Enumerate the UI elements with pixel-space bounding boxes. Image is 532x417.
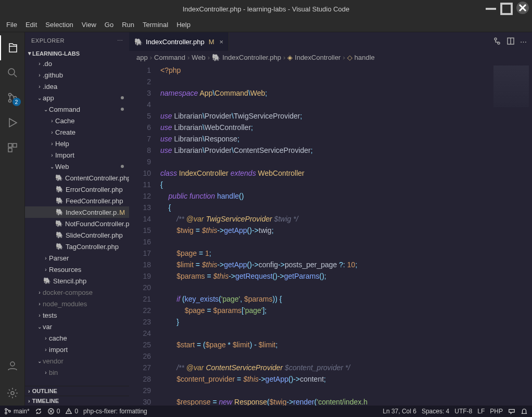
svg-point-6 xyxy=(8,94,11,96)
tab-close-icon[interactable]: × xyxy=(220,38,224,46)
menu-file[interactable]: File xyxy=(2,19,21,31)
tab-indexcontroller[interactable]: 🐘 IndexController.php M × xyxy=(129,32,229,51)
method-icon: ◇ xyxy=(347,54,352,61)
editor-more-icon[interactable]: ⋯ xyxy=(520,38,527,46)
svg-point-4 xyxy=(8,69,15,75)
tab-bar: 🐘 IndexController.php M × ⋯ xyxy=(129,32,532,51)
tree-file[interactable]: 🐘ContentController.php xyxy=(25,172,129,184)
tree-file[interactable]: 🐘NotFoundController.php xyxy=(25,218,129,229)
explorer-icon[interactable] xyxy=(0,35,25,60)
menu-selection[interactable]: Selection xyxy=(41,19,77,31)
extensions-icon[interactable] xyxy=(0,135,25,160)
line-numbers: 1234567891011121314151617181920212223242… xyxy=(129,63,160,406)
file-tree: ›.do›.github›.idea⌄app⌄Command›Cache›Cre… xyxy=(25,58,129,386)
editor-group: 🐘 IndexController.php M × ⋯ app› Command… xyxy=(129,32,532,406)
branch-indicator[interactable]: main* xyxy=(4,408,30,415)
code-editor[interactable]: <?php namespace App\Command\Web; use Lib… xyxy=(160,63,490,406)
timeline-section[interactable]: ›TIMELINE xyxy=(25,396,129,406)
tree-file[interactable]: 🐘SlideController.php xyxy=(25,229,129,241)
search-icon[interactable] xyxy=(0,60,25,85)
tree-folder[interactable]: ›cache xyxy=(25,332,129,344)
tree-folder[interactable]: ⌄Web xyxy=(25,161,129,172)
status-bar: main* 0 0 php-cs-fixer: formatting Ln 37… xyxy=(0,406,532,417)
tree-folder[interactable]: ⌄var xyxy=(25,321,129,332)
svg-rect-1 xyxy=(501,4,512,14)
sidebar: EXPLORER ⋯ ▾LEARNING-LABS ›.do›.github›.… xyxy=(25,32,129,406)
svg-rect-10 xyxy=(8,144,12,147)
svg-point-13 xyxy=(10,362,15,366)
svg-point-20 xyxy=(5,412,7,414)
svg-point-19 xyxy=(5,409,7,411)
tree-file[interactable]: 🐘IndexController.p…M xyxy=(25,206,129,218)
tree-folder[interactable]: ⌄app xyxy=(25,92,129,103)
menu-go[interactable]: Go xyxy=(100,19,118,31)
sync-indicator[interactable] xyxy=(35,408,42,415)
svg-rect-12 xyxy=(8,148,12,152)
menu-bar: File Edit Selection View Go Run Terminal… xyxy=(0,18,532,32)
tree-folder[interactable]: ›Import xyxy=(25,149,129,161)
sidebar-root[interactable]: ▾LEARNING-LABS xyxy=(25,49,129,58)
formatter-status[interactable]: php-cs-fixer: formatting xyxy=(83,408,147,415)
tree-folder[interactable]: ›.idea xyxy=(25,81,129,92)
tree-folder[interactable]: ›Create xyxy=(25,126,129,138)
svg-line-5 xyxy=(14,74,17,77)
feedback-icon[interactable] xyxy=(508,408,515,415)
menu-run[interactable]: Run xyxy=(118,19,138,31)
window-title: IndexController.php - learning-labs - Vi… xyxy=(183,5,350,13)
tree-folder[interactable]: ›Help xyxy=(25,138,129,149)
account-icon[interactable] xyxy=(0,354,25,379)
svg-point-15 xyxy=(495,38,497,40)
tree-folder[interactable]: ›Cache xyxy=(25,115,129,126)
compare-icon[interactable] xyxy=(493,37,501,47)
minimap[interactable] xyxy=(490,63,532,406)
outline-section[interactable]: ›OUTLINE xyxy=(25,386,129,396)
language-mode[interactable]: PHP xyxy=(490,408,503,415)
tree-folder[interactable]: ›node_modules xyxy=(25,298,129,309)
notifications-icon[interactable] xyxy=(521,408,528,415)
sidebar-title: EXPLORER xyxy=(31,37,65,44)
tree-file[interactable]: 🐘TagController.php xyxy=(25,241,129,252)
tree-folder[interactable]: ›Resources xyxy=(25,264,129,275)
tree-folder[interactable]: ›import xyxy=(25,344,129,355)
sidebar-more-icon[interactable]: ⋯ xyxy=(117,37,123,44)
breadcrumbs[interactable]: app› Command› Web› 🐘IndexController.php›… xyxy=(129,51,532,63)
svg-point-7 xyxy=(8,100,11,102)
menu-edit[interactable]: Edit xyxy=(21,19,41,31)
settings-gear-icon[interactable] xyxy=(0,381,25,406)
minimize-button[interactable] xyxy=(483,2,499,16)
tree-folder[interactable]: ⌄vendor xyxy=(25,355,129,367)
tree-folder[interactable]: ›tests xyxy=(25,309,129,321)
svg-marker-9 xyxy=(9,119,17,127)
menu-terminal[interactable]: Terminal xyxy=(138,19,172,31)
tree-folder[interactable]: ›Parser xyxy=(25,252,129,264)
class-icon: ◈ xyxy=(287,54,293,61)
tree-file[interactable]: 🐘ErrorController.php xyxy=(25,184,129,195)
svg-point-14 xyxy=(11,392,14,395)
php-icon: 🐘 xyxy=(212,54,220,61)
menu-help[interactable]: Help xyxy=(172,19,195,31)
tree-folder[interactable]: ›docker-compose xyxy=(25,286,129,298)
tree-folder[interactable]: ›.do xyxy=(25,58,129,69)
maximize-button[interactable] xyxy=(499,2,514,16)
tree-file[interactable]: 🐘Stencil.php xyxy=(25,275,129,286)
indentation[interactable]: Spaces: 4 xyxy=(422,408,449,415)
split-editor-icon[interactable] xyxy=(506,37,515,47)
tree-folder[interactable]: ›.github xyxy=(25,69,129,81)
run-debug-icon[interactable] xyxy=(0,110,25,135)
php-icon: 🐘 xyxy=(134,38,143,46)
tab-label: IndexController.php xyxy=(146,38,205,46)
cursor-position[interactable]: Ln 37, Col 6 xyxy=(383,408,416,415)
scm-badge: 2 xyxy=(12,98,21,106)
tree-folder[interactable]: ⌄Command xyxy=(25,103,129,115)
errors-indicator[interactable]: 0 xyxy=(47,408,60,415)
warnings-indicator[interactable]: 0 xyxy=(65,408,78,415)
eol[interactable]: LF xyxy=(477,408,485,415)
tree-folder[interactable]: ›bin xyxy=(25,367,129,378)
menu-view[interactable]: View xyxy=(78,19,100,31)
title-bar: IndexController.php - learning-labs - Vi… xyxy=(0,0,532,18)
svg-rect-11 xyxy=(13,144,17,147)
tree-file[interactable]: 🐘FeedController.php xyxy=(25,195,129,206)
encoding[interactable]: UTF-8 xyxy=(454,408,472,415)
source-control-icon[interactable]: 2 xyxy=(0,85,25,110)
close-button[interactable] xyxy=(516,2,529,14)
